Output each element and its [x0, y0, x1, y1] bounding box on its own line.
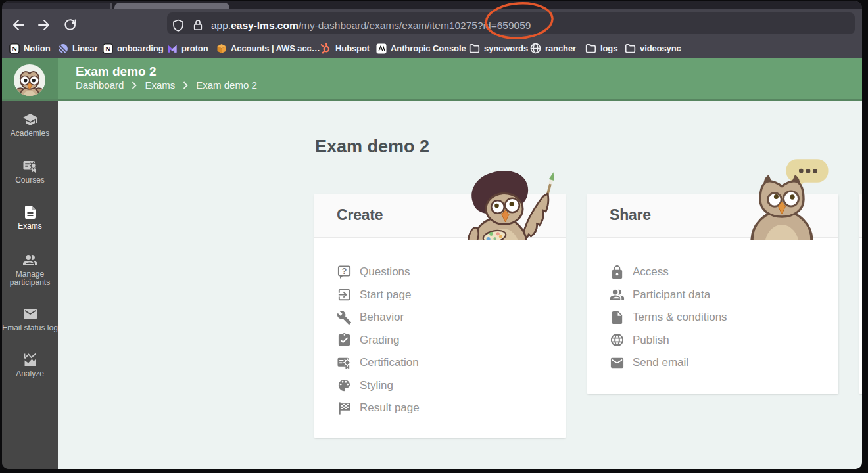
- svg-text:N: N: [12, 45, 17, 53]
- svg-text:N: N: [105, 45, 110, 53]
- svg-text:?: ?: [342, 266, 347, 275]
